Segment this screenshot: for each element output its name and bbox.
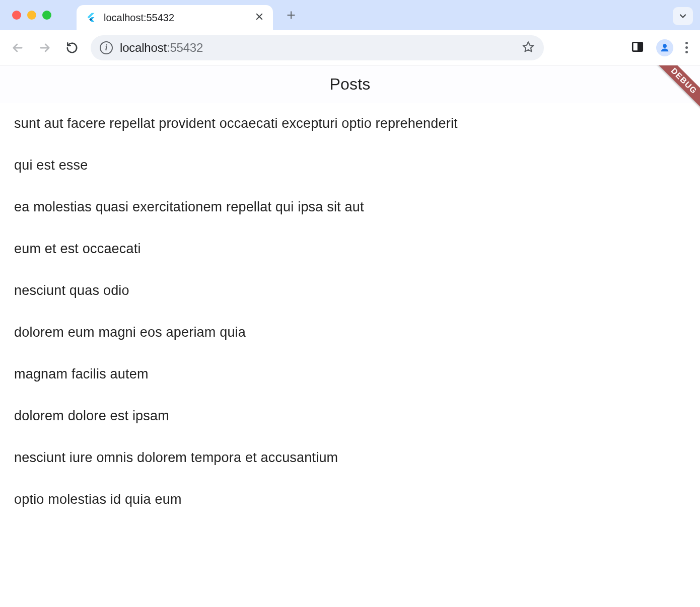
- omnibox-url: localhost:55432: [120, 41, 203, 55]
- list-item[interactable]: ea molestias quasi exercitationem repell…: [14, 186, 686, 228]
- omnibox[interactable]: i localhost:55432: [91, 35, 544, 60]
- omnibox-port: :55432: [167, 41, 203, 54]
- chrome-menu-button[interactable]: [685, 42, 688, 53]
- toolbar: i localhost:55432: [0, 30, 700, 65]
- bookmark-star-icon[interactable]: [522, 40, 535, 55]
- browser-chrome: localhost:55432 i localhos: [0, 0, 700, 65]
- list-item[interactable]: optio molestias id quia eum: [14, 479, 686, 520]
- svg-point-2: [663, 44, 667, 48]
- back-button[interactable]: [9, 39, 26, 56]
- side-panel-icon[interactable]: [631, 40, 644, 55]
- forward-button[interactable]: [36, 39, 53, 56]
- tab-close-button[interactable]: [255, 11, 264, 24]
- browser-tab[interactable]: localhost:55432: [77, 5, 273, 30]
- list-item[interactable]: nesciunt quas odio: [14, 270, 686, 312]
- list-item[interactable]: nesciunt iure omnis dolorem tempora et a…: [14, 437, 686, 479]
- new-tab-button[interactable]: [281, 5, 301, 25]
- tab-title: localhost:55432: [104, 12, 174, 24]
- window-close-button[interactable]: [12, 11, 21, 20]
- toolbar-right: [631, 39, 688, 56]
- omnibox-host: localhost: [120, 41, 167, 54]
- post-list[interactable]: sunt aut facere repellat provident occae…: [0, 103, 700, 520]
- window-controls: [12, 11, 51, 20]
- app-bar: Posts: [0, 65, 700, 103]
- tab-strip: localhost:55432: [0, 0, 700, 30]
- profile-avatar-icon[interactable]: [656, 39, 673, 56]
- site-info-icon[interactable]: i: [100, 41, 113, 54]
- tabs-overflow-button[interactable]: [673, 7, 693, 25]
- list-item[interactable]: magnam facilis autem: [14, 353, 686, 395]
- list-item[interactable]: qui est esse: [14, 144, 686, 186]
- reload-button[interactable]: [63, 39, 81, 56]
- window-maximize-button[interactable]: [42, 11, 51, 20]
- svg-rect-1: [638, 42, 643, 51]
- list-item[interactable]: dolorem eum magni eos aperiam quia: [14, 312, 686, 353]
- list-item[interactable]: sunt aut facere repellat provident occae…: [14, 103, 686, 144]
- page-title: Posts: [329, 75, 370, 94]
- list-item[interactable]: dolorem dolore est ipsam: [14, 395, 686, 437]
- app-viewport: DEBUG Posts sunt aut facere repellat pro…: [0, 65, 700, 607]
- flutter-favicon-icon: [86, 12, 97, 23]
- list-item[interactable]: eum et est occaecati: [14, 228, 686, 270]
- window-minimize-button[interactable]: [27, 11, 36, 20]
